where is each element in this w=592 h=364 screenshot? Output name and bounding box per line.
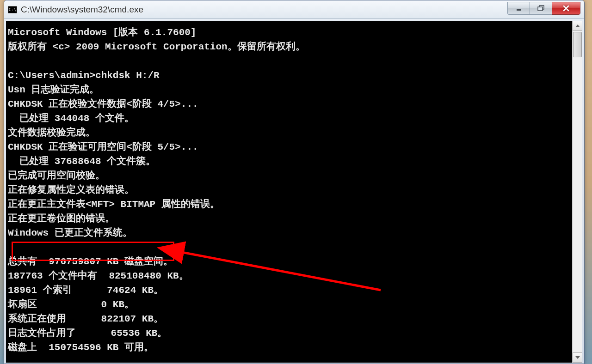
terminal-line: 文件数据校验完成。 xyxy=(8,126,568,140)
svg-rect-2 xyxy=(538,7,543,11)
terminal-line: 正在更正主文件表<MFT> BITMAP 属性的错误。 xyxy=(8,197,568,212)
scroll-up-button[interactable] xyxy=(573,21,582,31)
terminal-line: C:\Users\admin>chkdsk H:/R xyxy=(8,68,568,83)
window-title: C:\Windows\system32\cmd.exe xyxy=(21,5,507,15)
terminal-line: 18961 个索引 74624 KB。 xyxy=(8,283,568,297)
window-controls xyxy=(507,5,580,15)
terminal-line: 坏扇区 0 KB。 xyxy=(8,297,568,312)
cmd-window: C:\ C:\Windows\system32\cmd.exe Mic xyxy=(4,0,585,364)
scroll-thumb[interactable] xyxy=(573,32,582,57)
terminal-line: 正在更正卷位图的错误。 xyxy=(8,212,568,226)
terminal-line: 版权所有 <c> 2009 Microsoft Corporation。保留所有… xyxy=(8,40,568,54)
terminal-line: 187763 个文件中有 825108480 KB。 xyxy=(8,269,568,283)
restore-icon xyxy=(537,5,545,12)
terminal-line: 已完成可用空间校验。 xyxy=(8,169,568,183)
terminal-line: CHKDSK 正在验证可用空间<阶段 5/5>... xyxy=(8,140,568,154)
close-icon xyxy=(562,5,570,12)
terminal-output[interactable]: Microsoft Windows [版本 6.1.7600]版权所有 <c> … xyxy=(6,21,572,363)
chevron-up-icon xyxy=(575,24,580,27)
scrollbar[interactable] xyxy=(572,21,582,363)
minimize-icon xyxy=(516,5,522,12)
terminal-line: 日志文件占用了 65536 KB。 xyxy=(8,326,568,340)
terminal-line: 系统正在使用 822107 KB。 xyxy=(8,312,568,326)
terminal-line: Microsoft Windows [版本 6.1.7600] xyxy=(8,25,568,40)
terminal-line xyxy=(8,240,568,255)
terminal-line: 总共有 976759807 KB 磁盘空间。 xyxy=(8,255,568,269)
terminal-line: 已处理 344048 个文件。 xyxy=(8,111,568,126)
cmd-icon: C:\ xyxy=(8,6,17,13)
terminal-line: CHKDSK 正在校验文件数据<阶段 4/5>... xyxy=(8,97,568,111)
maximize-button[interactable] xyxy=(530,2,552,15)
scroll-down-button[interactable] xyxy=(573,352,582,363)
titlebar[interactable]: C:\ C:\Windows\system32\cmd.exe xyxy=(4,0,584,19)
terminal-line: 已处理 37688648 个文件簇。 xyxy=(8,154,568,169)
close-button[interactable] xyxy=(552,2,580,15)
terminal-area: Microsoft Windows [版本 6.1.7600]版权所有 <c> … xyxy=(6,21,582,363)
svg-rect-0 xyxy=(517,9,521,11)
minimize-button[interactable] xyxy=(507,2,530,15)
terminal-line: Usn 日志验证完成。 xyxy=(8,83,568,97)
terminal-line: Windows 已更正文件系统。 xyxy=(8,226,568,240)
terminal-line: 正在修复属性定义表的错误。 xyxy=(8,183,568,197)
chevron-down-icon xyxy=(575,356,580,359)
terminal-line: 磁盘上 150754596 KB 可用。 xyxy=(8,340,568,355)
terminal-line xyxy=(8,54,568,68)
